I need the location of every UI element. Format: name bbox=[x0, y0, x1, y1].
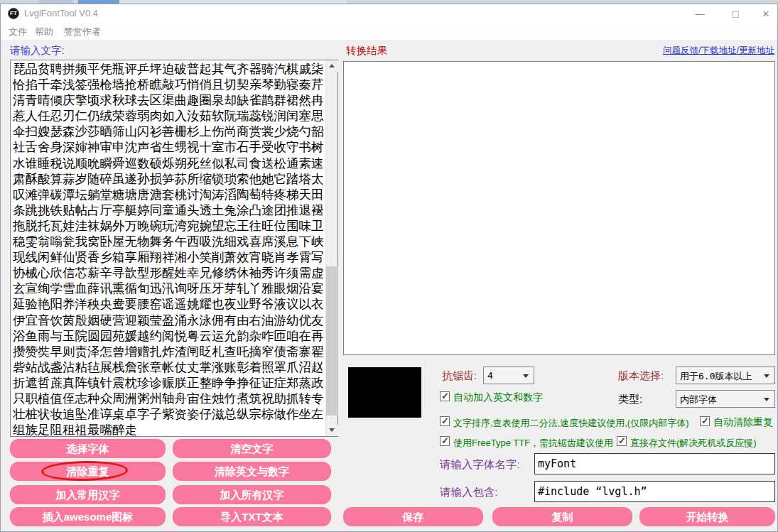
include-input[interactable] bbox=[534, 481, 775, 502]
app-icon-text: FT bbox=[10, 10, 17, 16]
save-button[interactable]: 保存 bbox=[343, 507, 483, 526]
scroll-up-button[interactable] bbox=[326, 60, 338, 72]
menubar: 文件 帮助 赞赏作者 bbox=[1, 23, 777, 40]
type-select[interactable]: 内部字体 bbox=[676, 390, 775, 408]
scrollbar[interactable] bbox=[325, 60, 337, 436]
sort-binary-search-checkbox-row: 文字排序,查表使用二分法,速度快建议使用,(仅限内部字体) bbox=[440, 416, 703, 427]
result-output-area[interactable] bbox=[343, 61, 775, 355]
import-txt-button[interactable]: 导入TXT文本 bbox=[173, 507, 331, 526]
version-value: 用于6.0版本以上 bbox=[680, 370, 752, 383]
feedback-download-link[interactable]: 问题反馈/下载地址/更新地址 bbox=[663, 45, 774, 57]
auto-clear-duplicate-label: 自动清除重复 bbox=[713, 416, 773, 429]
type-value: 内部字体 bbox=[680, 393, 717, 406]
direct-save-checkbox[interactable] bbox=[617, 436, 627, 446]
result-label: 转换结果 bbox=[346, 44, 387, 58]
auto-add-english-label: 自动加入英文和数字 bbox=[453, 391, 543, 404]
input-text-area[interactable]: 琵品贫聘拼频平凭瓶评乒坪迫破普起其气齐器骑汽棋戚柒企沏 恰掐千牵浅签强枪墙抢桥瞧… bbox=[10, 60, 338, 437]
insert-awesome-icon-button[interactable]: 插入awesome图标 bbox=[10, 507, 166, 526]
version-label: 版本选择: bbox=[618, 369, 664, 383]
version-select[interactable]: 用于6.0版本以上 bbox=[676, 367, 775, 384]
chevron-down-icon bbox=[764, 374, 769, 378]
direct-save-label: 直接存文件(解决死机或反应慢) bbox=[630, 437, 757, 450]
add-all-hanzi-button[interactable]: 加入所有汉字 bbox=[173, 485, 331, 504]
menu-donate[interactable]: 赞赏作者 bbox=[64, 26, 101, 38]
scrollbar-thumb[interactable] bbox=[326, 266, 338, 416]
direct-save-checkbox-row: 直接存文件(解决死机或反应慢) bbox=[617, 435, 778, 447]
auto-add-english-checkbox-row: 自动加入英文和数字 bbox=[440, 391, 617, 402]
input-text-content: 琵品贫聘拼频平凭瓶评乒坪迫破普起其气齐器骑汽棋戚柒企沏 恰掐千牵浅签强枪墙抢桥瞧… bbox=[13, 61, 324, 435]
auto-add-english-checkbox[interactable] bbox=[440, 391, 450, 401]
auto-clear-duplicate-checkbox-row: 自动清除重复 bbox=[700, 416, 778, 427]
app-icon: FT bbox=[8, 8, 19, 19]
auto-clear-duplicate-checkbox[interactable] bbox=[700, 416, 710, 426]
freetype-checkbox-row: 使用FreeType TTF，需抗锯齿建议使用 bbox=[440, 435, 625, 447]
antialias-value: 4 bbox=[487, 370, 493, 381]
font-name-label: 请输入字体名字: bbox=[440, 457, 520, 472]
maximize-button[interactable]: □ bbox=[723, 4, 747, 23]
close-button[interactable]: ✕ bbox=[754, 4, 778, 23]
start-convert-button[interactable]: 开始转换 bbox=[639, 507, 775, 526]
scroll-down-button[interactable] bbox=[326, 425, 338, 436]
input-text-label: 请输入文字: bbox=[10, 44, 65, 58]
include-label: 请输入包含: bbox=[440, 485, 498, 500]
minimize-button[interactable]: — bbox=[688, 4, 712, 23]
menu-help[interactable]: 帮助 bbox=[35, 26, 53, 38]
clear-text-button[interactable]: 清空文字 bbox=[173, 439, 331, 458]
type-label: 类型: bbox=[618, 393, 642, 406]
scroll-up-icon bbox=[329, 64, 335, 67]
copy-button[interactable]: 复制 bbox=[492, 507, 632, 526]
titlebar: FT LvglFontTool V0.4 — □ ✕ bbox=[1, 4, 777, 23]
antialias-label: 抗锯齿: bbox=[442, 369, 477, 383]
menu-file[interactable]: 文件 bbox=[9, 26, 27, 38]
antialias-select[interactable]: 4 bbox=[483, 367, 534, 384]
select-font-button[interactable]: 选择字体 bbox=[10, 439, 166, 458]
app-window: FT LvglFontTool V0.4 — □ ✕ 文件 帮助 赞赏作者 请输… bbox=[0, 0, 778, 532]
freetype-label: 使用FreeType TTF，需抗锯齿建议使用 bbox=[453, 437, 613, 450]
sort-binary-search-checkbox[interactable] bbox=[440, 416, 450, 426]
remove-english-digits-button[interactable]: 清除英文与数字 bbox=[173, 462, 331, 481]
freetype-checkbox[interactable] bbox=[440, 436, 450, 446]
font-preview-box bbox=[348, 367, 421, 418]
font-name-input[interactable] bbox=[534, 453, 775, 474]
window-title: LvglFontTool V0.4 bbox=[24, 8, 98, 18]
sort-binary-search-label: 文字排序,查表使用二分法,速度快建议使用,(仅限内部字体) bbox=[453, 417, 689, 430]
add-common-hanzi-button[interactable]: 加入常用汉字 bbox=[10, 485, 166, 504]
scroll-down-icon bbox=[329, 428, 335, 432]
chevron-down-icon bbox=[764, 398, 769, 401]
chevron-down-icon bbox=[523, 374, 529, 378]
